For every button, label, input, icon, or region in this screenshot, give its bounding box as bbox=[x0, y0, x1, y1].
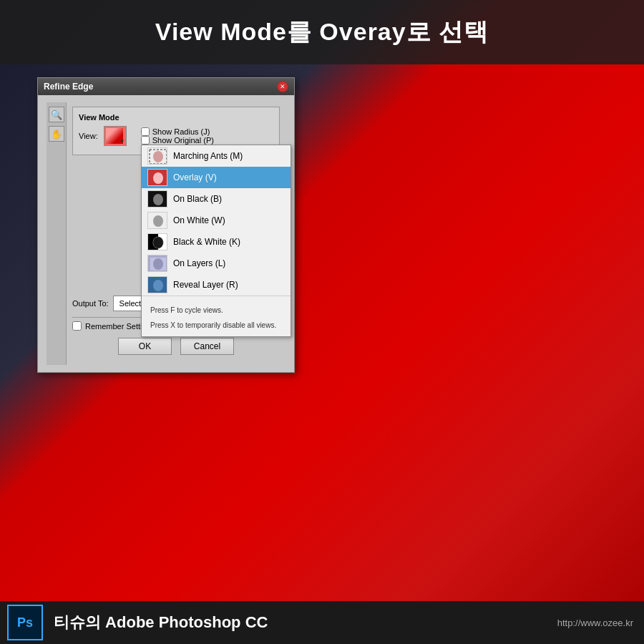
page-title: View Mode를 Overay로 선택 bbox=[155, 16, 489, 49]
menu-text-black-white: Black & White (K) bbox=[173, 237, 240, 247]
view-row: View: Show Radius (J) Show Original bbox=[79, 126, 273, 146]
output-label: Output To: bbox=[72, 299, 109, 308]
svg-point-12 bbox=[153, 237, 163, 248]
svg-point-7 bbox=[153, 215, 163, 227]
menu-icon-on-black bbox=[147, 190, 167, 208]
show-radius-row: Show Radius (J) bbox=[141, 127, 214, 136]
view-mode-section: View Mode View: Show Radius (J) bbox=[72, 107, 280, 155]
menu-item-black-white[interactable]: Black & White (K) bbox=[142, 231, 291, 253]
bottom-bar: Ps 티슈의 Adobe Photoshop CC http://www.oze… bbox=[0, 601, 644, 644]
hint-line1: Press F to cycle views. bbox=[150, 305, 285, 316]
menu-icon-on-layers bbox=[147, 255, 167, 272]
menu-item-overlay[interactable]: Overlay (V) bbox=[142, 167, 291, 188]
button-row: OK Cancel bbox=[72, 338, 280, 361]
view-label: View: bbox=[79, 132, 98, 140]
zoom-tool[interactable]: 🔍 bbox=[49, 107, 64, 122]
view-thumbnail-btn[interactable] bbox=[104, 126, 127, 146]
menu-item-reveal-layer[interactable]: Reveal Layer (R) bbox=[142, 274, 291, 296]
checkbox-group: Show Radius (J) Show Original (P) bbox=[138, 127, 214, 145]
hint-area: Press F to cycle views. Press X to tempo… bbox=[142, 296, 291, 336]
show-original-row: Show Original (P) bbox=[141, 136, 214, 145]
bottom-url: http://www.ozee.kr bbox=[557, 618, 633, 628]
dialog-body: 🔍 ✋ View Mode View: Sho bbox=[38, 95, 294, 372]
view-mode-title: View Mode bbox=[79, 113, 273, 122]
menu-text-overlay: Overlay (V) bbox=[173, 172, 217, 182]
menu-item-on-white[interactable]: On White (W) bbox=[142, 210, 291, 231]
menu-text-on-white: On White (W) bbox=[173, 215, 225, 225]
left-tools: 🔍 ✋ bbox=[47, 102, 67, 365]
menu-icon-black-white bbox=[147, 233, 167, 250]
close-button[interactable] bbox=[277, 81, 288, 92]
hint-line2: Press X to temporarily disable all views… bbox=[150, 320, 285, 331]
show-original-checkbox[interactable] bbox=[141, 136, 150, 145]
bottom-title: 티슈의 Adobe Photoshop CC bbox=[54, 612, 557, 633]
svg-point-1 bbox=[153, 151, 163, 162]
menu-text-on-black: On Black (B) bbox=[173, 194, 222, 204]
hand-tool[interactable]: ✋ bbox=[49, 126, 64, 142]
menu-icon-on-white bbox=[147, 212, 167, 229]
menu-icon-reveal-layer bbox=[147, 276, 167, 293]
dialog-title: Refine Edge bbox=[44, 82, 93, 92]
menu-text-on-layers: On Layers (L) bbox=[173, 258, 225, 268]
remember-settings-checkbox[interactable] bbox=[72, 321, 82, 331]
svg-point-17 bbox=[153, 280, 163, 291]
menu-icon-overlay bbox=[147, 169, 167, 186]
svg-point-3 bbox=[153, 172, 163, 184]
title-bar: View Mode를 Overay로 선택 bbox=[0, 0, 644, 64]
show-radius-label: Show Radius (J) bbox=[152, 127, 210, 136]
cancel-button[interactable]: Cancel bbox=[180, 338, 234, 355]
dialog-main: View Mode View: Show Radius (J) bbox=[67, 102, 286, 365]
view-mode-dropdown: Marching Ants (M) Overlay (V) bbox=[141, 145, 291, 337]
menu-icon-marching-ants bbox=[147, 147, 167, 165]
svg-point-5 bbox=[153, 194, 163, 205]
menu-text-reveal-layer: Reveal Layer (R) bbox=[173, 280, 238, 290]
menu-item-marching-ants[interactable]: Marching Ants (M) bbox=[142, 145, 291, 167]
ps-logo: Ps bbox=[7, 605, 43, 640]
ps-logo-text: Ps bbox=[17, 615, 33, 630]
menu-text-marching-ants: Marching Ants (M) bbox=[173, 151, 243, 161]
show-radius-checkbox[interactable] bbox=[141, 127, 150, 136]
svg-point-15 bbox=[153, 258, 163, 270]
menu-item-on-layers[interactable]: On Layers (L) bbox=[142, 253, 291, 274]
view-preview bbox=[106, 128, 123, 144]
ok-button[interactable]: OK bbox=[118, 338, 172, 355]
refine-edge-dialog: Refine Edge 🔍 ✋ View Mode View: bbox=[37, 77, 295, 373]
show-original-label: Show Original (P) bbox=[152, 136, 214, 145]
dialog-titlebar: Refine Edge bbox=[38, 78, 294, 95]
menu-item-on-black[interactable]: On Black (B) bbox=[142, 188, 291, 210]
